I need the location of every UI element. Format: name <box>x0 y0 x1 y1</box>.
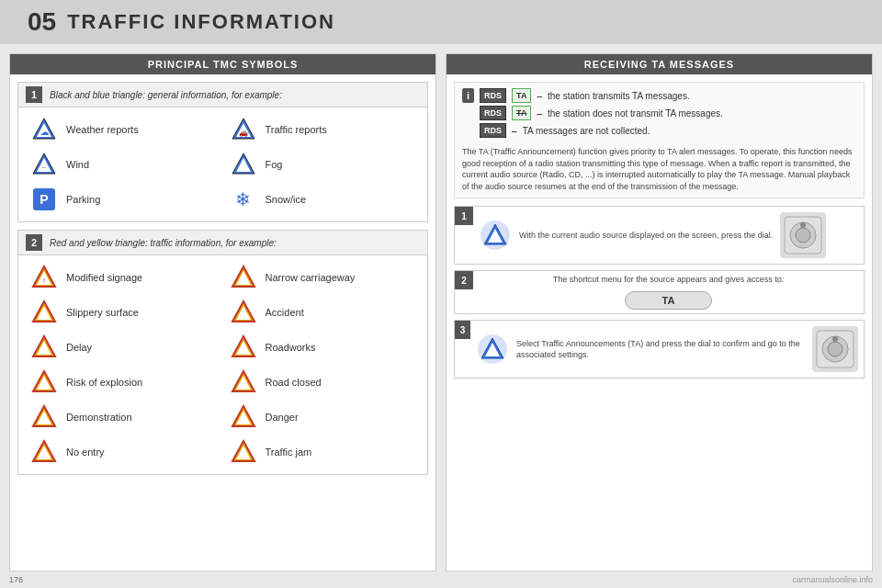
watermark: carmanualsonline.info <box>792 575 873 584</box>
rds-text-1: the station transmits TA messages. <box>548 91 690 101</box>
list-item: No entry <box>24 435 223 469</box>
rds-text-3: TA messages are not collected. <box>523 126 650 136</box>
roadworks-label: Roadworks <box>266 342 316 353</box>
traffic-jam-icon <box>229 439 258 465</box>
step1-header: 1 <box>455 207 473 225</box>
step2-text: The shortcut menu for the source appears… <box>473 271 864 288</box>
ta-description: The TA (Traffic Announcement) function g… <box>462 146 856 192</box>
parking-badge: P <box>33 188 55 210</box>
rds-badge-2: RDS <box>480 106 506 120</box>
step1-text: With the current audio source displayed … <box>519 230 773 242</box>
ta-button-row: TA <box>473 288 864 313</box>
step3-header: 3 <box>455 321 470 339</box>
section2-desc: Red and yellow triangle: traffic informa… <box>50 238 277 248</box>
narrow-carriageway-icon <box>229 265 258 290</box>
road-closed-label: Road closed <box>266 377 322 388</box>
ta-button[interactable]: TA <box>625 291 713 310</box>
no-entry-icon <box>29 439 59 465</box>
list-item: Demonstration <box>24 401 223 434</box>
modified-signage-icon: ! <box>29 265 59 290</box>
list-item: ~ Wind <box>24 148 223 181</box>
page-header: 05 TRAFFIC INFORMATION <box>0 0 882 44</box>
list-item: 🚗 Traffic reports <box>223 113 423 146</box>
chapter-title: TRAFFIC INFORMATION <box>67 10 335 34</box>
accident-icon <box>229 300 258 325</box>
section1-grid: ☁ Weather reports 🚗 Traffic reports <box>18 107 427 221</box>
step1-row: 1 With the current audio source displaye… <box>455 207 864 264</box>
step3-content: Select Traffic Announcements (TA) and pr… <box>470 321 864 378</box>
fog-icon <box>229 152 258 177</box>
right-panel-content: i RDS TA – the station transmits TA mess… <box>447 74 872 391</box>
wind-icon: ~ <box>29 152 59 177</box>
rds-badge-1: RDS <box>480 88 506 103</box>
section2-number: 2 <box>26 234 42 251</box>
main-content: PRINCIPAL TMC SYMBOLS 1 Black and blue t… <box>0 44 882 581</box>
left-panel: PRINCIPAL TMC SYMBOLS 1 Black and blue t… <box>9 53 436 571</box>
svg-point-49 <box>832 336 838 342</box>
section2-box: 2 Red and yellow triangle: traffic infor… <box>17 230 428 475</box>
chapter-number: 05 <box>28 7 56 37</box>
list-item: ! Modified signage <box>24 261 223 294</box>
list-item: Road closed <box>223 366 423 399</box>
demonstration-label: Demonstration <box>66 412 132 423</box>
step2-content: The shortcut menu for the source appears… <box>473 271 864 313</box>
parking-label: Parking <box>66 194 100 205</box>
weather-reports-icon: ☁ <box>29 117 59 142</box>
step1-arrow-icon <box>479 219 512 252</box>
wind-label: Wind <box>66 159 89 170</box>
right-panel: RECEIVING TA MESSAGES i RDS TA – the sta… <box>446 53 873 571</box>
svg-text:☁: ☁ <box>40 128 49 137</box>
list-item: P Parking <box>24 183 223 216</box>
accident-label: Accident <box>266 307 304 318</box>
rds-dash-3: – <box>512 126 517 136</box>
section1-desc: Black and blue triangle: general informa… <box>50 90 282 100</box>
list-item: Roadworks <box>223 331 423 364</box>
section2-grid: ! Modified signage Narrow carriageway <box>18 255 427 474</box>
delay-icon <box>29 334 59 360</box>
roadworks-icon <box>229 334 258 360</box>
risk-explosion-label: Risk of explosion <box>66 377 142 388</box>
step1-content: With the current audio source displayed … <box>473 207 831 264</box>
list-item: Danger <box>223 401 423 434</box>
list-item: Slippery surface <box>24 296 223 329</box>
list-item: ☁ Weather reports <box>24 113 223 146</box>
rds-row-3: RDS – TA messages are not collected. <box>480 123 723 138</box>
rds-badge-3: RDS <box>480 123 506 138</box>
step3-text: Select Traffic Announcements (TA) and pr… <box>516 338 805 361</box>
snowflake-icon: ❄ <box>235 188 251 210</box>
slippery-surface-label: Slippery surface <box>66 307 139 318</box>
list-item: ❄ Snow/ice <box>223 183 423 216</box>
demonstration-icon <box>29 404 59 430</box>
list-item: Delay <box>24 331 223 364</box>
snowice-icon: ❄ <box>229 187 258 212</box>
ta-badge-2: TA <box>512 106 531 120</box>
step3-row: 3 Select Traffic Announcements (TA) and … <box>455 321 864 378</box>
step3-box: 3 Select Traffic Announcements (TA) and … <box>454 320 865 379</box>
section1-header: 1 Black and blue triangle: general infor… <box>18 83 427 107</box>
modified-signage-label: Modified signage <box>66 272 142 283</box>
danger-icon <box>229 404 258 430</box>
rds-info-box: i RDS TA – the station transmits TA mess… <box>454 82 865 198</box>
step1-dial <box>780 212 826 258</box>
traffic-reports-icon: 🚗 <box>229 117 258 142</box>
rds-dash-2: – <box>537 108 542 119</box>
no-entry-label: No entry <box>66 447 105 458</box>
left-panel-title: PRINCIPAL TMC SYMBOLS <box>10 54 435 74</box>
danger-label: Danger <box>266 412 299 423</box>
parking-icon: P <box>29 187 59 212</box>
ta-badge-1: TA <box>512 88 531 103</box>
delay-label: Delay <box>66 342 92 353</box>
road-closed-icon <box>229 369 258 395</box>
rds-row-1: RDS TA – the station transmits TA messag… <box>480 88 723 103</box>
rds-rows: RDS TA – the station transmits TA messag… <box>480 88 723 141</box>
list-item: Narrow carriageway <box>223 261 423 294</box>
slippery-surface-icon <box>29 300 59 325</box>
info-icon: i <box>462 88 474 103</box>
list-item: Traffic jam <box>223 435 423 469</box>
step3-dial <box>812 326 858 372</box>
step2-box: 2 The shortcut menu for the source appea… <box>454 270 865 314</box>
svg-text:!: ! <box>43 277 45 285</box>
section1-box: 1 Black and blue triangle: general infor… <box>17 82 428 222</box>
list-item: Fog <box>223 148 423 181</box>
svg-text:🚗: 🚗 <box>239 128 248 137</box>
